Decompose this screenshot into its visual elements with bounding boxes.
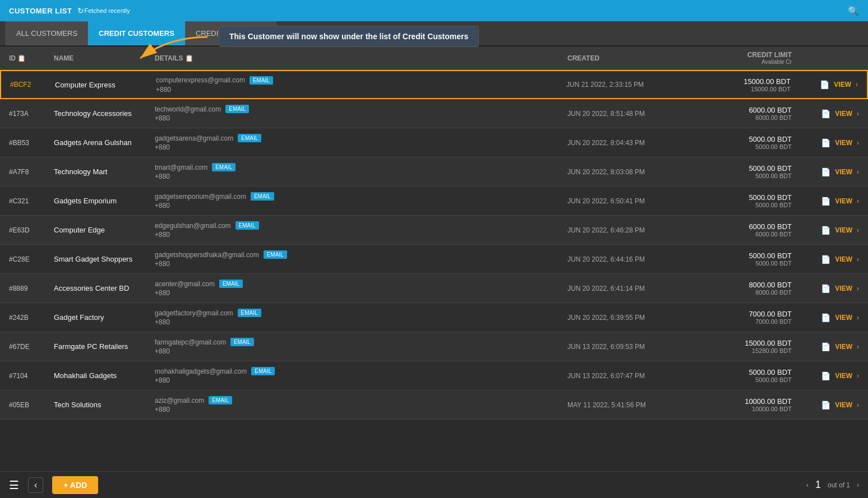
back-button[interactable]: ‹ xyxy=(28,477,43,493)
row-actions[interactable]: 📄 VIEW › xyxy=(792,226,859,235)
row-id: #05EB xyxy=(9,401,54,409)
row-id: #7104 xyxy=(9,372,54,380)
table-row[interactable]: #7104 Mohakhali Gadgets mohakhaligadgets… xyxy=(0,361,868,390)
refresh-icon[interactable]: ↻ xyxy=(77,6,84,15)
document-icon[interactable]: 📄 xyxy=(821,401,830,409)
add-button[interactable]: + ADD xyxy=(52,476,98,494)
row-id: #BB53 xyxy=(9,139,54,147)
view-button[interactable]: VIEW xyxy=(835,139,852,147)
search-icon[interactable]: 🔍 xyxy=(848,6,859,16)
view-button[interactable]: VIEW xyxy=(835,197,852,205)
col-header-details: DETAILS 📋 xyxy=(155,54,567,62)
document-icon[interactable]: 📄 xyxy=(821,226,830,235)
view-button[interactable]: VIEW xyxy=(835,110,852,118)
row-credit: 15000.00 BDT 15280.00 BDT xyxy=(691,339,792,354)
table-row[interactable]: #C321 Gadgets Emporium gadgetsemporium@g… xyxy=(0,187,868,216)
col-header-credit: CREDIT LIMIT Available Cr xyxy=(691,51,792,65)
chevron-right-icon[interactable]: › xyxy=(857,168,859,176)
row-actions[interactable]: 📄 VIEW › xyxy=(791,80,858,89)
tab-all-customers[interactable]: ALL CUSTOMERS xyxy=(6,21,88,45)
row-email: techworld@gmail.com xyxy=(155,105,221,113)
chevron-right-icon[interactable]: › xyxy=(857,139,859,147)
row-id: #BCF2 xyxy=(10,81,55,89)
row-details: computerexpress@gmail.com EMAIL +880 xyxy=(156,76,566,94)
row-name: Computer Edge xyxy=(54,226,155,234)
document-icon[interactable]: 📄 xyxy=(821,167,830,176)
row-actions[interactable]: 📄 VIEW › xyxy=(792,284,859,293)
table-row[interactable]: #BB53 Gadgets Arena Gulshan gadgetsarena… xyxy=(0,128,868,157)
table-row[interactable]: #8889 Accessories Center BD acenter@gmai… xyxy=(0,274,868,303)
row-credit: 5000.00 BDT 5000.00 BDT xyxy=(691,164,792,179)
document-icon[interactable]: 📄 xyxy=(821,138,830,147)
table-row[interactable]: #A7F8 Technology Mart tmart@gmail.com EM… xyxy=(0,157,868,187)
next-page-icon[interactable]: › xyxy=(857,481,859,489)
row-id: #242B xyxy=(9,314,54,322)
row-actions[interactable]: 📄 VIEW › xyxy=(792,167,859,176)
row-actions[interactable]: 📄 VIEW › xyxy=(792,401,859,409)
table-row[interactable]: #BCF2 Computer Express computerexpress@g… xyxy=(0,70,868,99)
table-row[interactable]: #E63D Computer Edge edgegulshan@gmail.co… xyxy=(0,216,868,245)
row-actions[interactable]: 📄 VIEW › xyxy=(792,197,859,206)
chevron-right-icon[interactable]: › xyxy=(857,343,859,351)
chevron-right-icon[interactable]: › xyxy=(857,197,859,205)
document-icon[interactable]: 📄 xyxy=(821,255,830,264)
row-details: tmart@gmail.com EMAIL +880 xyxy=(155,163,567,180)
email-badge: EMAIL xyxy=(264,250,287,259)
row-name: Smart Gadget Shoppers xyxy=(54,255,155,263)
document-icon[interactable]: 📄 xyxy=(821,371,830,380)
chevron-right-icon[interactable]: › xyxy=(857,226,859,234)
row-name: Farmgate PC Retailers xyxy=(54,342,155,351)
view-button[interactable]: VIEW xyxy=(835,401,852,409)
row-phone: +880 xyxy=(155,173,170,180)
view-button[interactable]: VIEW xyxy=(835,168,852,176)
row-actions[interactable]: 📄 VIEW › xyxy=(792,371,859,380)
row-id: #173A xyxy=(9,110,54,118)
view-button[interactable]: VIEW xyxy=(835,226,852,234)
row-actions[interactable]: 📄 VIEW › xyxy=(792,138,859,147)
view-button[interactable]: VIEW xyxy=(834,81,851,89)
row-created: JUN 20 2022, 6:46:28 PM xyxy=(567,226,691,234)
email-badge: EMAIL xyxy=(238,309,261,317)
table-row[interactable]: #173A Technology Accessories techworld@g… xyxy=(0,99,868,128)
row-actions[interactable]: 📄 VIEW › xyxy=(792,109,859,118)
row-actions[interactable]: 📄 VIEW › xyxy=(792,255,859,264)
chevron-right-icon[interactable]: › xyxy=(857,110,859,118)
document-icon[interactable]: 📄 xyxy=(821,284,830,293)
row-id: #67DE xyxy=(9,343,54,351)
table-row[interactable]: #05EB Tech Solutions aziz@gmail.com EMAI… xyxy=(0,390,868,420)
row-phone: +880 xyxy=(155,318,170,326)
row-details: farmgatepc@gmail.com EMAIL +880 xyxy=(155,338,567,355)
email-badge: EMAIL xyxy=(236,221,259,230)
chevron-right-icon[interactable]: › xyxy=(856,81,858,89)
document-icon[interactable]: 📄 xyxy=(821,109,830,118)
view-button[interactable]: VIEW xyxy=(835,343,852,351)
document-icon[interactable]: 📄 xyxy=(821,197,830,206)
row-created: JUN 20 2022, 8:04:43 PM xyxy=(567,139,691,147)
row-actions[interactable]: 📄 VIEW › xyxy=(792,313,859,322)
chevron-right-icon[interactable]: › xyxy=(857,314,859,322)
pagination: ‹ 1 out of 1 › xyxy=(806,479,859,491)
view-button[interactable]: VIEW xyxy=(835,314,852,322)
chevron-right-icon[interactable]: › xyxy=(857,372,859,380)
table-row[interactable]: #67DE Farmgate PC Retailers farmgatepc@g… xyxy=(0,332,868,361)
chevron-right-icon[interactable]: › xyxy=(857,401,859,409)
email-badge: EMAIL xyxy=(230,338,254,346)
row-created: JUN 20 2022, 6:44:16 PM xyxy=(567,255,691,263)
document-icon[interactable]: 📄 xyxy=(821,342,830,351)
tabs-bar: ALL CUSTOMERS CREDIT CUSTOMERS CREDIT SU… xyxy=(0,21,868,46)
view-button[interactable]: VIEW xyxy=(835,255,852,263)
document-icon[interactable]: 📄 xyxy=(820,80,829,89)
chevron-right-icon[interactable]: › xyxy=(857,255,859,263)
table-row[interactable]: #C28E Smart Gadget Shoppers gadgetshoppe… xyxy=(0,245,868,274)
row-phone: +880 xyxy=(155,347,170,355)
view-button[interactable]: VIEW xyxy=(835,285,852,292)
menu-icon[interactable]: ☰ xyxy=(9,478,19,492)
row-id: #E63D xyxy=(9,226,54,234)
table-row[interactable]: #242B Gadget Factory gadgetfactory@gmail… xyxy=(0,303,868,332)
prev-page-icon[interactable]: ‹ xyxy=(806,481,809,489)
row-actions[interactable]: 📄 VIEW › xyxy=(792,342,859,351)
chevron-right-icon[interactable]: › xyxy=(857,285,859,292)
document-icon[interactable]: 📄 xyxy=(821,313,830,322)
view-button[interactable]: VIEW xyxy=(835,372,852,380)
page-out-of: out of 1 xyxy=(828,481,850,489)
